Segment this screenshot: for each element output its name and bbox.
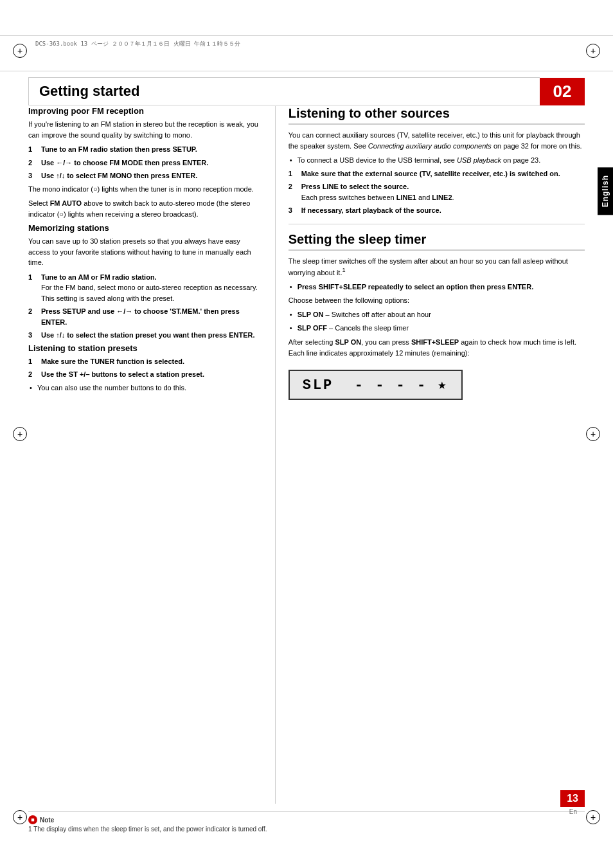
reg-mark-tl xyxy=(13,44,27,58)
page-number: 13 xyxy=(560,790,585,807)
step-mem-1: 1 Tune to an AM or FM radio station. For… xyxy=(28,272,262,304)
step-mem-2-text: Press SETUP and use ←/→ to choose 'ST.ME… xyxy=(41,306,262,327)
section-sleep-intro: The sleep timer switches off the system … xyxy=(289,256,585,278)
step-src-2: 2 Press LINE to select the source. Each … xyxy=(289,181,585,203)
reg-mark-br xyxy=(586,810,600,824)
step-fm-2-text: Use ←/→ to choose FM MODE then press ENT… xyxy=(41,158,262,168)
step-fm-1: 1 Tune to an FM radio station then press… xyxy=(28,144,262,155)
usb-bullet: To connect a USB device to the USB termi… xyxy=(289,155,585,166)
section-divider xyxy=(289,224,585,224)
reg-mark-ml xyxy=(13,427,27,441)
step-mem-2-num: 2 xyxy=(28,306,37,327)
step-mem-1-num: 1 xyxy=(28,272,37,304)
left-column: Improving poor FM reception If you're li… xyxy=(28,106,262,804)
step-fm-2-num: 2 xyxy=(28,158,37,168)
step-src-3: 3 If necessary, start playback of the so… xyxy=(289,205,585,216)
print-info: DCS-363.book 13 ページ ２００７年１月１６日 火曜日 午前１１時… xyxy=(35,40,240,48)
sleep-choose-text: Choose between the following options: xyxy=(289,295,585,306)
step-pre-2: 2 Use the ST +/– buttons to select a sta… xyxy=(28,369,262,380)
reg-mark-tr xyxy=(586,44,600,58)
reg-mark-mr xyxy=(586,427,600,441)
section-sources-intro: You can connect auxiliary sources (TV, s… xyxy=(289,130,585,151)
reg-mark-bl xyxy=(13,810,27,824)
step-fm-1-num: 1 xyxy=(28,144,37,155)
step-src-1-num: 1 xyxy=(289,168,298,179)
step-src-1-text: Make sure that the external source (TV, … xyxy=(301,168,585,179)
header-rule-bottom xyxy=(0,71,613,71)
chapter-title-container: Getting started xyxy=(28,77,540,105)
section-sleep-title: Setting the sleep timer xyxy=(289,232,585,251)
step-pre-1-num: 1 xyxy=(28,356,37,367)
section-presets-title: Listening to station presets xyxy=(28,343,262,353)
step-src-2-num: 2 xyxy=(289,181,298,203)
sleep-main-bullet: Press SHIFT+SLEEP repeatedly to select a… xyxy=(289,282,585,293)
step-fm-3-text: Use ↑/↓ to select FM MONO then press ENT… xyxy=(41,170,262,181)
language-tab: English xyxy=(598,167,613,215)
section-fm-intro: If you're listening to an FM station in … xyxy=(28,119,262,140)
section-mem-title: Memorizing stations xyxy=(28,223,262,233)
step-fm-2: 2 Use ←/→ to choose FM MODE then press E… xyxy=(28,158,262,168)
section-presets: Listening to station presets 1 Make sure… xyxy=(28,343,262,393)
step-mem-1-text: Tune to an AM or FM radio station. For t… xyxy=(41,272,262,304)
section-fm-title: Improving poor FM reception xyxy=(28,106,262,116)
step-pre-1: 1 Make sure the TUNER function is select… xyxy=(28,356,262,367)
page-en: En xyxy=(569,808,577,815)
step-src-1: 1 Make sure that the external source (TV… xyxy=(289,168,585,179)
step-fm-3: 3 Use ↑/↓ to select FM MONO then press E… xyxy=(28,170,262,181)
chapter-number: 02 xyxy=(540,78,585,105)
step-mem-3: 3 Use ↑/↓ to select the station preset y… xyxy=(28,330,262,341)
note-text: 1 The display dims when the sleep timer … xyxy=(28,826,585,833)
section-sleep-timer: Setting the sleep timer The sleep timer … xyxy=(289,232,585,407)
step-pre-2-num: 2 xyxy=(28,369,37,380)
step-src-3-num: 3 xyxy=(289,205,298,216)
section-sources-title: Listening to other sources xyxy=(289,106,585,125)
chapter-title: Getting started xyxy=(39,83,139,100)
step-mem-3-num: 3 xyxy=(28,330,37,341)
content-area: Improving poor FM reception If you're li… xyxy=(28,106,585,804)
sleep-option-off: SLP OFF – Cancels the sleep timer xyxy=(289,323,585,334)
chapter-box: Getting started 02 xyxy=(28,77,585,105)
section-fm-reception: Improving poor FM reception If you're li… xyxy=(28,106,262,219)
note-icon-circle: ■ xyxy=(28,815,37,824)
step-pre-1-text: Make sure the TUNER function is selected… xyxy=(41,356,262,367)
note-section: ■ Note 1 The display dims when the sleep… xyxy=(28,811,585,833)
header-rule-top xyxy=(0,35,613,36)
step-fm-3-num: 3 xyxy=(28,170,37,181)
sleep-display: SLP - - - - ★ xyxy=(289,370,463,400)
step-mem-3-text: Use ↑/↓ to select the station preset you… xyxy=(41,330,262,341)
step-src-2-text: Press LINE to select the source. Each pr… xyxy=(301,181,585,203)
sleep-option-on: SLP ON – Switches off after about an hou… xyxy=(289,309,585,320)
auto-note: Select FM AUTO above to switch back to a… xyxy=(28,198,262,219)
section-mem-intro: You can save up to 30 station presets so… xyxy=(28,236,262,268)
note-title: Note xyxy=(40,817,54,824)
step-src-3-text: If necessary, start playback of the sour… xyxy=(301,205,585,216)
mono-note: The mono indicator (○) lights when the t… xyxy=(28,184,262,195)
step-mem-2: 2 Press SETUP and use ←/→ to choose 'ST.… xyxy=(28,306,262,327)
step-pre-2-text: Use the ST +/– buttons to select a stati… xyxy=(41,369,262,380)
step-fm-1-text: Tune to an FM radio station then press S… xyxy=(41,144,262,155)
note-label: ■ Note xyxy=(28,815,54,824)
section-other-sources: Listening to other sources You can conne… xyxy=(289,106,585,216)
section-memorizing: Memorizing stations You can save up to 3… xyxy=(28,223,262,341)
preset-bullet: You can also use the number buttons to d… xyxy=(28,383,262,393)
right-column: Listening to other sources You can conne… xyxy=(275,106,585,804)
sleep-after-text: After selecting SLP ON, you can press SH… xyxy=(289,337,585,358)
